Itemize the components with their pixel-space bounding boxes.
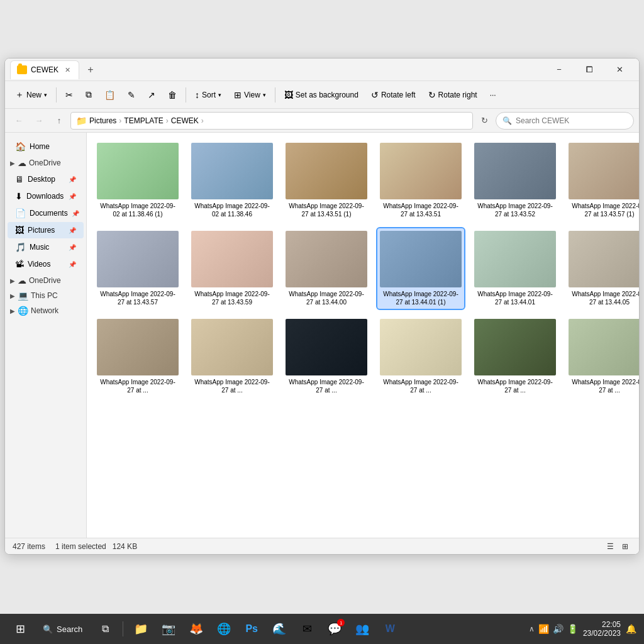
whatsapp-badge: 1 — [337, 619, 345, 626]
camera-button[interactable]: 📷 — [156, 616, 181, 641]
sidebar-item-home[interactable]: 🏠 Home — [8, 138, 84, 155]
file-thumbnail — [569, 319, 639, 375]
sidebar-item-music-label: Music — [30, 243, 49, 252]
search-input[interactable] — [516, 116, 627, 125]
file-item[interactable]: WhatsApp Image 2022-09-27 at 13.43.57 — [94, 228, 181, 309]
task-view-icon: ⧉ — [102, 623, 109, 635]
file-thumbnail — [569, 231, 639, 287]
teams-button[interactable]: 👥 — [350, 616, 375, 641]
whatsapp-button[interactable]: 💬 1 — [322, 616, 347, 641]
maximize-button[interactable]: ⧠ — [575, 60, 604, 80]
chrome-button[interactable]: 🌐 — [211, 616, 236, 641]
new-button[interactable]: ＋ New ▾ — [10, 86, 52, 104]
set-background-button[interactable]: 🖼 Set as background — [279, 87, 364, 103]
tab-label: CEWEK — [31, 65, 58, 74]
file-item[interactable]: WhatsApp Image 2022-09-27 at 13.44.01 (1… — [377, 228, 464, 309]
taskbar-clock[interactable]: 22:05 23/02/2023 — [583, 620, 621, 638]
file-item[interactable]: WhatsApp Image 2022-09-27 at ... — [566, 316, 639, 397]
address-path[interactable]: 📁 Pictures › TEMPLATE › CEWEK › — [70, 112, 473, 130]
path-sep-3: › — [201, 116, 204, 125]
add-tab-button[interactable]: + — [82, 61, 99, 79]
sort-button[interactable]: ↕ Sort ▾ — [190, 87, 226, 103]
file-item[interactable]: WhatsApp Image 2022-09-27 at 13.43.57 (1… — [566, 140, 639, 221]
tab-cewek[interactable]: CEWEK ✕ — [10, 60, 79, 79]
ps-button[interactable]: Ps — [239, 616, 264, 641]
list-view-button[interactable]: ☰ — [604, 540, 616, 553]
taskbar-right: ∧ 📶 🔊 🔋 22:05 23/02/2023 🔔 — [529, 620, 636, 638]
up-button[interactable]: ↑ — [50, 112, 68, 130]
notification-icon[interactable]: 🔔 — [626, 624, 636, 634]
paste-button[interactable]: 📋 — [99, 87, 120, 103]
file-name-label: WhatsApp Image 2022-09-27 at ... — [569, 378, 639, 394]
file-item[interactable]: WhatsApp Image 2022-09-27 at ... — [189, 316, 275, 397]
desktop: CEWEK ✕ + − ⧠ ✕ ＋ New ▾ ✂ ⧉ — [0, 0, 644, 644]
word-button[interactable]: W — [377, 616, 402, 641]
file-item[interactable]: WhatsApp Image 2022-09-27 at 13.43.59 — [189, 228, 275, 309]
chevron-icon[interactable]: ∧ — [529, 625, 535, 633]
photo-image — [569, 319, 639, 375]
sidebar-item-music[interactable]: 🎵 Music 📌 — [8, 239, 84, 255]
file-item[interactable]: WhatsApp Image 2022-09-27 at 13.43.52 — [472, 140, 558, 221]
file-item[interactable]: WhatsApp Image 2022-09-27 at 13.44.01 — [472, 228, 558, 309]
edge-button[interactable]: 🌊 — [267, 616, 292, 641]
file-item[interactable]: WhatsApp Image 2022-09-27 at 13.43.51 — [377, 140, 464, 221]
view-button[interactable]: ⊞ View ▾ — [229, 87, 271, 103]
share-button[interactable]: ↗ — [143, 87, 160, 103]
tab-close-button[interactable]: ✕ — [62, 65, 72, 75]
delete-button[interactable]: 🗑 — [163, 87, 182, 103]
rotate-right-button[interactable]: ↻ Rotate right — [423, 87, 482, 103]
cut-button[interactable]: ✂ — [60, 87, 78, 103]
sidebar-group-thispc[interactable]: ▶ 💻 This PC — [5, 288, 86, 303]
sidebar-item-documents[interactable]: 📄 Documents 📌 — [8, 205, 84, 221]
path-template: TEMPLATE — [124, 116, 163, 125]
refresh-button[interactable]: ↻ — [475, 112, 493, 130]
search-button[interactable]: 🔍 Search — [35, 616, 90, 641]
sidebar-group-onedrive[interactable]: ▶ ☁ OneDrive — [5, 155, 86, 170]
battery-icon[interactable]: 🔋 — [567, 624, 578, 634]
file-item[interactable]: WhatsApp Image 2022-09-02 at 11.38.46 — [189, 140, 275, 221]
file-item[interactable]: WhatsApp Image 2022-09-27 at ... — [283, 316, 370, 397]
file-name-label: WhatsApp Image 2022-09-27 at 13.43.57 — [97, 290, 179, 306]
content-area: 🏠 Home ▶ ☁ OneDrive 🖥 Desktop 📌 ⬇ Downlo… — [5, 133, 639, 538]
mail-button[interactable]: ✉ — [294, 616, 319, 641]
photo-image — [286, 319, 367, 375]
close-button[interactable]: ✕ — [605, 60, 634, 80]
file-explorer-taskbar-button[interactable]: 📁 — [128, 616, 153, 641]
file-item[interactable]: WhatsApp Image 2022-09-02 at 11.38.46 (1… — [94, 140, 181, 221]
file-name-label: WhatsApp Image 2022-09-27 at ... — [474, 378, 556, 394]
titlebar: CEWEK ✕ + − ⧠ ✕ — [5, 58, 639, 81]
start-button[interactable]: ⊞ — [8, 616, 33, 641]
firefox-button[interactable]: 🦊 — [184, 616, 209, 641]
sidebar-item-desktop-label: Desktop — [28, 175, 55, 184]
file-item[interactable]: WhatsApp Image 2022-09-27 at 13.43.51 (1… — [283, 140, 370, 221]
wifi-icon[interactable]: 📶 — [538, 624, 549, 634]
sidebar-item-pictures[interactable]: 🖼 Pictures 📌 — [8, 222, 84, 238]
grid-view-button[interactable]: ⊞ — [619, 540, 631, 553]
forward-button[interactable]: → — [30, 112, 48, 130]
sidebar-item-desktop[interactable]: 🖥 Desktop 📌 — [8, 171, 84, 187]
back-button[interactable]: ← — [10, 112, 28, 130]
sidebar-group-network[interactable]: ▶ 🌐 Network — [5, 303, 86, 318]
file-item[interactable]: WhatsApp Image 2022-09-27 at ... — [94, 316, 181, 397]
copy-button[interactable]: ⧉ — [80, 86, 97, 103]
file-name-label: WhatsApp Image 2022-09-02 at 11.38.46 (1… — [97, 202, 179, 218]
rotate-left-icon: ↺ — [371, 90, 379, 100]
minimize-button[interactable]: − — [545, 60, 574, 80]
volume-icon[interactable]: 🔊 — [553, 624, 564, 634]
task-view-button[interactable]: ⧉ — [92, 616, 118, 641]
file-item[interactable]: WhatsApp Image 2022-09-27 at 13.44.00 — [283, 228, 370, 309]
file-name-label: WhatsApp Image 2022-09-27 at 13.43.59 — [191, 290, 273, 306]
file-item[interactable]: WhatsApp Image 2022-09-27 at 13.44.05 — [566, 228, 639, 309]
sidebar-group-onedrive2[interactable]: ▶ ☁ OneDrive — [5, 273, 86, 288]
clock-date: 23/02/2023 — [583, 629, 621, 638]
firefox-icon: 🦊 — [189, 622, 203, 636]
path-pictures: Pictures — [89, 116, 116, 125]
start-icon: ⊞ — [16, 622, 25, 636]
more-button[interactable]: ··· — [485, 87, 501, 103]
file-item[interactable]: WhatsApp Image 2022-09-27 at ... — [377, 316, 464, 397]
rotate-left-button[interactable]: ↺ Rotate left — [366, 87, 421, 103]
rename-button[interactable]: ✎ — [123, 87, 140, 103]
sidebar-item-videos[interactable]: 📽 Videos 📌 — [8, 256, 84, 272]
sidebar-item-downloads[interactable]: ⬇ Downloads 📌 — [8, 188, 84, 204]
file-item[interactable]: WhatsApp Image 2022-09-27 at ... — [472, 316, 558, 397]
